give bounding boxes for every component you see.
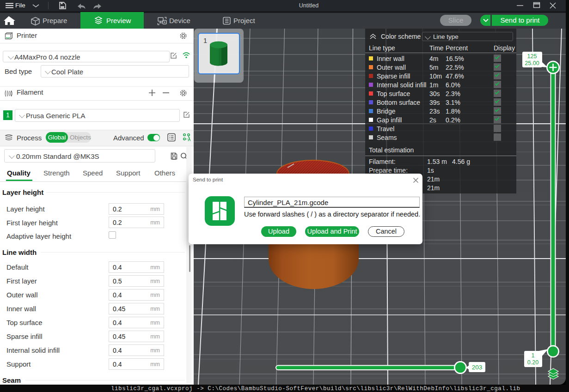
svg-text:1: 1 <box>532 352 535 359</box>
svg-text:125: 125 <box>527 53 537 60</box>
svg-text:25.00: 25.00 <box>525 60 539 66</box>
svg-text:0.20: 0.20 <box>527 359 538 366</box>
svg-text:203: 203 <box>472 364 483 371</box>
